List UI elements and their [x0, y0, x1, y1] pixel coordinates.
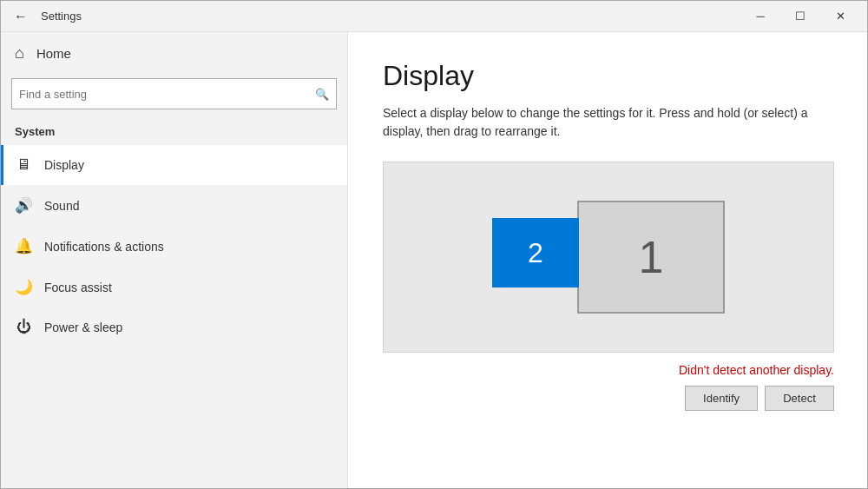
sidebar-item-notifications[interactable]: 🔔 Notifications & actions: [1, 226, 347, 267]
page-title: Display: [383, 60, 832, 92]
monitor-1[interactable]: 1: [577, 201, 725, 314]
sidebar-sound-label: Sound: [44, 199, 79, 213]
main-layout: ⌂ Home 🔍 System 🖥 Display 🔊 Sound 🔔 Noti…: [1, 32, 867, 488]
detect-message: Didn't detect another display.: [383, 363, 834, 377]
sidebar-focus-label: Focus assist: [44, 281, 112, 294]
sidebar-notifications-label: Notifications & actions: [44, 240, 164, 254]
sound-icon: 🔊: [15, 196, 32, 215]
sidebar-item-power[interactable]: ⏻ Power & sleep: [1, 307, 347, 347]
sidebar: ⌂ Home 🔍 System 🖥 Display 🔊 Sound 🔔 Noti…: [1, 32, 348, 488]
display-preview: 2 1: [383, 162, 834, 353]
titlebar: ← Settings ─ ☐ ✕: [1, 1, 867, 32]
back-button[interactable]: ←: [8, 3, 34, 30]
maximize-button[interactable]: ☐: [780, 1, 820, 32]
minimize-button[interactable]: ─: [740, 1, 780, 32]
display-buttons: Identify Detect: [383, 386, 834, 411]
search-box[interactable]: 🔍: [11, 78, 337, 109]
monitors-container: 2 1: [492, 201, 725, 314]
sidebar-home[interactable]: ⌂ Home: [1, 32, 347, 75]
sidebar-power-label: Power & sleep: [44, 320, 122, 334]
sidebar-display-label: Display: [44, 158, 84, 172]
sidebar-item-focus[interactable]: 🌙 Focus assist: [1, 267, 347, 307]
display-icon: 🖥: [15, 156, 32, 174]
close-button[interactable]: ✕: [820, 1, 860, 32]
notifications-icon: 🔔: [15, 237, 32, 255]
search-input[interactable]: [19, 88, 315, 101]
page-description: Select a display below to change the set…: [383, 104, 832, 141]
identify-button[interactable]: Identify: [685, 386, 758, 411]
content-area: Display Select a display below to change…: [348, 32, 867, 488]
home-icon: ⌂: [15, 44, 24, 63]
sidebar-item-sound[interactable]: 🔊 Sound: [1, 185, 347, 226]
window-controls: ─ ☐ ✕: [740, 1, 860, 32]
sidebar-item-display[interactable]: 🖥 Display: [1, 145, 347, 185]
search-icon: 🔍: [315, 88, 329, 101]
detect-button[interactable]: Detect: [765, 386, 834, 411]
section-title: System: [1, 120, 347, 145]
app-title: Settings: [41, 10, 740, 23]
focus-icon: 🌙: [15, 278, 32, 296]
monitor-2[interactable]: 2: [492, 218, 579, 287]
home-label: Home: [36, 46, 71, 61]
power-icon: ⏻: [15, 319, 32, 336]
